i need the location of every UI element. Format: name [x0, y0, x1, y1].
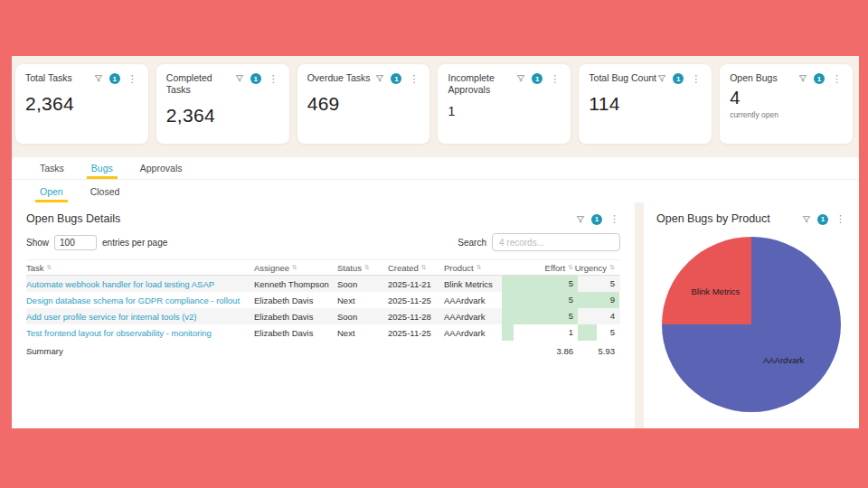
- sort-icon: ⇅: [421, 264, 427, 271]
- tab-bugs[interactable]: Bugs: [78, 157, 127, 179]
- entries-per-page-input[interactable]: [54, 235, 97, 250]
- urgency-cell: 9: [578, 292, 619, 308]
- status-cell: Soon: [337, 279, 388, 289]
- filter-icon[interactable]: [576, 215, 585, 224]
- kebab-menu-icon[interactable]: ⋮: [690, 74, 702, 84]
- kpi-subtitle: currently open: [730, 110, 843, 119]
- kebab-menu-icon[interactable]: ⋮: [549, 74, 561, 84]
- table-controls: Show entries per page Search: [26, 233, 620, 251]
- effort-cell: 5: [502, 276, 578, 292]
- kpi-card-overdue-tasks: Overdue Tasks 1 ⋮ 469: [297, 63, 431, 145]
- column-header-product[interactable]: Product⇅: [444, 263, 502, 273]
- filter-icon[interactable]: [798, 74, 807, 83]
- subtab-open[interactable]: Open: [26, 180, 77, 202]
- task-link[interactable]: Design database schema for GDPR complian…: [26, 296, 254, 305]
- product-cell: AAArdvark: [444, 312, 502, 322]
- kpi-value: 114: [589, 93, 702, 115]
- panel-title: Open Bugs Details: [26, 212, 120, 225]
- filter-icon[interactable]: [375, 74, 384, 83]
- filter-icon[interactable]: [516, 74, 525, 83]
- filter-icon[interactable]: [94, 74, 103, 83]
- kpi-card-open-bugs: Open Bugs 1 ⋮ 4 currently open: [719, 63, 854, 145]
- sub-tab-bar: Open Closed: [12, 180, 859, 202]
- summary-row: Summary 3.86 5.93: [26, 341, 620, 361]
- column-header-created[interactable]: Created⇅: [388, 263, 444, 273]
- subtab-closed[interactable]: Closed: [77, 180, 134, 202]
- table-row: Design database schema for GDPR complian…: [26, 292, 620, 308]
- filter-count-badge[interactable]: 1: [391, 73, 401, 84]
- filter-count-badge[interactable]: 1: [250, 73, 261, 84]
- summary-label: Summary: [26, 346, 254, 356]
- column-header-urgency[interactable]: Urgency⇅: [578, 263, 619, 273]
- column-header-task[interactable]: Task⇅: [26, 263, 254, 273]
- filter-count-badge[interactable]: 1: [814, 73, 825, 84]
- assignee-cell: Elizabeth Davis: [254, 328, 337, 338]
- panel-title: Open Bugs by Product: [656, 212, 770, 225]
- filter-count-badge[interactable]: 1: [591, 214, 602, 225]
- open-bugs-details-panel: Open Bugs Details 1 ⋮ Show entries per p…: [12, 202, 635, 428]
- filter-count-badge[interactable]: 1: [817, 214, 828, 225]
- filter-count-badge[interactable]: 1: [673, 73, 684, 84]
- column-header-assignee[interactable]: Assignee⇅: [254, 263, 337, 273]
- table-header-row: Task⇅ Assignee⇅ Status⇅ Created⇅ Product…: [26, 259, 620, 276]
- filter-count-badge[interactable]: 1: [109, 73, 120, 84]
- dashboard-content: Total Tasks 1 ⋮ 2,364 Completed Tasks 1 …: [12, 56, 859, 428]
- kpi-card-completed-tasks: Completed Tasks 1 ⋮ 2,364: [156, 63, 290, 145]
- urgency-cell: 5: [578, 324, 619, 341]
- urgency-data-bar: [578, 324, 597, 341]
- kpi-title: Total Bug Count: [589, 72, 656, 84]
- status-cell: Next: [337, 328, 388, 338]
- kpi-value: 469: [307, 93, 420, 115]
- tab-approvals[interactable]: Approvals: [127, 157, 196, 179]
- kebab-menu-icon[interactable]: ⋮: [408, 74, 420, 84]
- table-row: Test frontend layout for observability -…: [26, 324, 620, 341]
- table-row: Add user profile service for internal to…: [26, 308, 620, 324]
- status-cell: Soon: [337, 312, 388, 322]
- status-cell: Next: [337, 296, 388, 305]
- filter-count-badge[interactable]: 1: [532, 73, 542, 84]
- kebab-menu-icon[interactable]: ⋮: [835, 214, 846, 224]
- sort-icon: ⇅: [568, 264, 573, 271]
- effort-data-bar: [502, 292, 578, 308]
- sort-icon: ⇅: [609, 264, 615, 271]
- kpi-title: Overdue Tasks: [307, 72, 371, 84]
- pie-chart[interactable]: Blink Metrics AAArdvark: [662, 237, 841, 412]
- filter-icon[interactable]: [802, 215, 811, 224]
- kpi-title: Incomplete Approvals: [448, 72, 516, 96]
- filter-icon[interactable]: [657, 74, 666, 83]
- pie-slice-label-blink-metrics: Blink Metrics: [691, 286, 740, 296]
- kpi-card-total-bug-count: Total Bug Count 1 ⋮ 114: [578, 63, 712, 145]
- task-link[interactable]: Automate webhook handler for load testin…: [26, 279, 254, 289]
- filter-icon[interactable]: [235, 74, 244, 83]
- task-link[interactable]: Test frontend layout for observability -…: [26, 328, 254, 338]
- kebab-menu-icon[interactable]: ⋮: [831, 74, 843, 84]
- effort-cell: 1: [502, 324, 578, 341]
- created-cell: 2025-11-28: [388, 312, 444, 322]
- pie-graphic: [662, 237, 841, 412]
- effort-data-bar: [502, 276, 578, 292]
- tab-tasks[interactable]: Tasks: [26, 157, 78, 179]
- kpi-value: 1: [448, 104, 561, 118]
- kebab-menu-icon[interactable]: ⋮: [127, 74, 138, 84]
- summary-effort: 3.86: [502, 346, 578, 356]
- entries-suffix-label: entries per page: [102, 238, 167, 248]
- kpi-title: Open Bugs: [730, 72, 778, 84]
- column-header-effort[interactable]: Effort⇅: [502, 263, 578, 273]
- kpi-title: Completed Tasks: [166, 72, 235, 96]
- task-link[interactable]: Add user profile service for internal to…: [26, 312, 254, 322]
- urgency-cell: 4: [578, 308, 619, 324]
- kebab-menu-icon[interactable]: ⋮: [268, 74, 279, 84]
- created-cell: 2025-11-25: [388, 296, 444, 305]
- pie-slice-label-aaardvark: AAArdvark: [763, 354, 804, 364]
- effort-cell: 5: [502, 308, 578, 324]
- column-header-status[interactable]: Status⇅: [337, 263, 388, 273]
- kpi-title: Total Tasks: [25, 72, 72, 84]
- kebab-menu-icon[interactable]: ⋮: [609, 214, 620, 224]
- sort-icon: ⇅: [476, 264, 482, 271]
- product-cell: AAArdvark: [444, 328, 502, 338]
- search-input[interactable]: [492, 233, 620, 251]
- search-label: Search: [458, 238, 486, 248]
- product-cell: Blink Metrics: [444, 279, 502, 289]
- summary-urgency: 5.93: [578, 346, 619, 356]
- sort-icon: ⇅: [292, 264, 297, 271]
